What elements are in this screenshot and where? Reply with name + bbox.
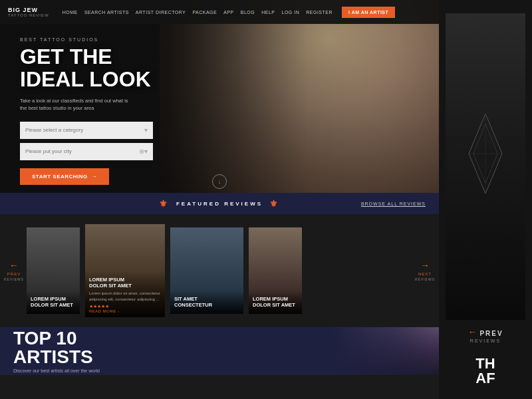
svg-line-4 [485,154,502,194]
header: BIG JEW TATTOO REVIEW HOME SEARCH ARTIST… [0,0,439,24]
card-4-overlay: LOREM IPSUMDOLOR SIT AMET [249,291,302,315]
search-button-icon: → [92,174,98,180]
logo-subtitle: TATTOO REVIEW [8,13,49,17]
next-navigation[interactable]: → NEXT REVIEWS [415,260,435,281]
prev-navigation[interactable]: ← PREV REVIEWS [4,260,24,281]
nav-artist-directory[interactable]: ARTIST DIRECTORY [136,10,186,15]
right-panel: ← PREV REVIEWS TH AF [439,0,532,399]
city-search-box[interactable]: ⊕ ▾ [20,143,153,160]
featured-label: FEATURED REVIEWS [176,201,263,207]
right-th-text: TH [475,356,495,371]
city-search-input[interactable] [25,148,139,154]
i-am-artist-button[interactable]: I AM AN ARTIST [342,7,395,18]
next-sub-label: REVIEWS [415,277,435,281]
hero-tag: BEST TATTOO STUDIOS [20,37,153,42]
browse-all-reviews-link[interactable]: BROWSE ALL REVIEWS [361,201,426,206]
top10-section: DISCOVER TOP 10 ARTISTS Discover our bes… [0,327,439,375]
scroll-circle: ↓ [212,174,227,189]
prev-with-arrow[interactable]: ← PREV [467,327,503,337]
next-arrow-icon: → [420,260,430,271]
featured-reviews-bar: ⚜ FEATURED REVIEWS ⚜ BROWSE ALL REVIEWS [0,193,439,214]
card-2-title: LOREM IPSUMDOLOR SIT AMET [89,277,161,290]
card-3-title: SIT AMETCONSECTETUR [174,296,239,309]
hero-description: Take a look at our classifieds and find … [20,97,133,112]
logo: BIG JEW TATTOO REVIEW [8,7,49,17]
svg-line-5 [469,154,485,194]
cards-section: ← PREV REVIEWS LOREM IPSUMDOLOR SIT AMET… [0,214,439,327]
right-bottom-text: TH AF [475,356,495,386]
hero-section: BEST TATTOO STUDIOS GET THE IDEAL LOOK T… [0,0,439,193]
card-4: LOREM IPSUMDOLOR SIT AMET [249,227,302,314]
card-2-overlay: LOREM IPSUMDOLOR SIT AMET Lorem ipsum do… [85,271,165,317]
card-1-overlay: LOREM IPSUMDOLOR SIT AMET [27,291,80,315]
dropdown-arrow-icon-2: ▾ [144,148,148,155]
category-search-input[interactable] [25,127,144,133]
prev-arrow-icon: ← [9,260,19,271]
right-reviews-label: REVIEWS [470,338,501,343]
card-1-title: LOREM IPSUMDOLOR SIT AMET [31,296,76,309]
nav-login[interactable]: LOG IN [282,10,300,15]
start-searching-button[interactable]: START SEARCHING → [20,168,109,185]
dropdown-arrow-icon: ▾ [144,126,148,134]
card-3: SIT AMETCONSECTETUR [170,227,243,314]
top10-image [306,327,439,375]
card-3-overlay: SIT AMETCONSECTETUR [170,291,243,315]
tattoo-art [459,100,512,233]
card-2-text: Lorem ipsum dolor sit amet, consectetur … [89,291,161,302]
nav-help[interactable]: HELP [261,10,275,15]
right-af-text: AF [475,371,495,386]
svg-line-3 [485,114,502,154]
prev-left-arrow-icon: ← [467,327,477,337]
card-4-title: LOREM IPSUMDOLOR SIT AMET [253,296,298,309]
nav-home[interactable]: HOME [63,10,78,15]
nav-blog[interactable]: BLOG [241,10,255,15]
logo-title: BIG JEW [8,7,49,13]
featured-reviews-label: ⚜ FEATURED REVIEWS ⚜ [159,198,280,209]
card-2: LOREM IPSUMDOLOR SIT AMET Lorem ipsum do… [85,224,165,317]
nav-register[interactable]: REGISTER [306,10,332,15]
next-label: NEXT [418,272,432,276]
right-prev-label: PREV [479,330,503,337]
card-2-stars: ★★★★★ [89,304,161,309]
wing-left-icon: ⚜ [159,198,170,209]
nav-package[interactable]: PACKAGE [192,10,217,15]
right-panel-prev-section: ← PREV REVIEWS [446,327,525,343]
location-icon: ⊕ [139,148,144,155]
category-search-box[interactable]: ▾ [20,122,153,139]
hero-title: GET THE IDEAL LOOK [20,46,153,90]
prev-label: PREV [7,272,21,276]
nav-search-artists[interactable]: SEARCH ARTISTS [84,10,129,15]
card-1: LOREM IPSUMDOLOR SIT AMET [27,227,80,314]
wing-right-icon: ⚜ [269,198,280,209]
scroll-indicator: ↓ [212,174,227,189]
svg-line-6 [469,114,485,154]
search-button-label: START SEARCHING [32,174,88,180]
prev-sub-label: REVIEWS [4,277,24,281]
nav-app[interactable]: APP [223,10,234,15]
nav: HOME SEARCH ARTISTS ARTIST DIRECTORY PAC… [63,7,431,18]
card-2-read-more[interactable]: READ MORE › [89,309,161,313]
tattoo-art-panel [446,13,525,320]
main-content: BIG JEW TATTOO REVIEW HOME SEARCH ARTIST… [0,0,439,399]
hero-content: BEST TATTOO STUDIOS GET THE IDEAL LOOK T… [13,24,153,185]
diamond-tattoo-svg [459,100,512,233]
